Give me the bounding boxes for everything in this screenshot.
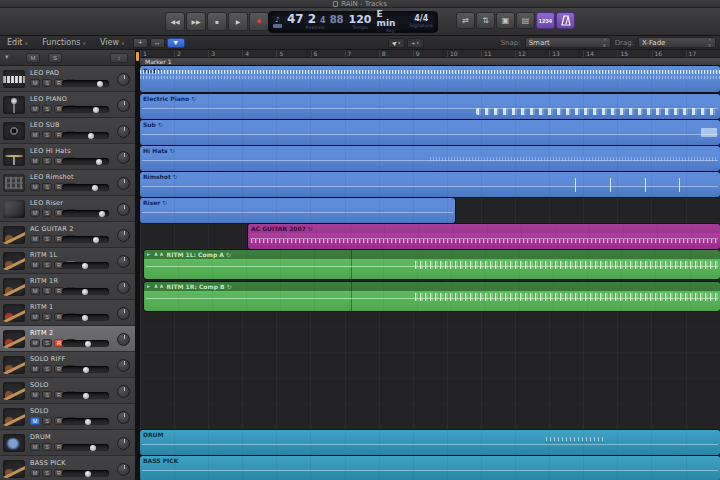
pointer-tool[interactable]: ▶∨ <box>388 38 405 48</box>
pan-knob[interactable] <box>117 125 130 138</box>
mute-button[interactable]: M <box>30 391 40 399</box>
track-row[interactable]: RITM 1LMSRI <box>0 248 135 274</box>
solo-button[interactable]: S <box>42 313 52 321</box>
drag-select[interactable]: X-Fade⌃∨ <box>638 37 716 48</box>
region-hi-hats[interactable]: Hi Hats↻ <box>140 146 720 171</box>
mute-button[interactable]: M <box>30 131 40 139</box>
solo-button[interactable]: S <box>42 287 52 295</box>
volume-slider[interactable] <box>62 314 109 321</box>
volume-slider[interactable] <box>62 340 109 347</box>
volume-slider[interactable] <box>62 470 109 477</box>
record-button[interactable]: ● <box>249 12 269 31</box>
track-row[interactable]: AC GUITAR 2MSRI <box>0 222 135 248</box>
collapse-icon[interactable]: ▾ <box>5 53 9 61</box>
mute-button[interactable]: M <box>30 443 40 451</box>
menu-edit[interactable]: Edit∨ <box>0 38 35 47</box>
solo-button[interactable]: S <box>42 183 52 191</box>
volume-slider[interactable] <box>62 236 109 243</box>
menu-functions[interactable]: Functions∨ <box>35 38 93 47</box>
autopunch-button[interactable]: ⇅ <box>476 12 495 29</box>
forward-button[interactable]: ▶▶ <box>186 12 206 31</box>
crosshair-button[interactable]: + <box>133 38 148 48</box>
track-row[interactable]: SOLO RIFFMSRI <box>0 352 135 378</box>
stop-button[interactable]: ■ <box>207 12 227 31</box>
track-zoom-button[interactable]: ↕ <box>110 53 128 63</box>
solo-button[interactable]: S <box>42 417 52 425</box>
low-latency-button[interactable]: ▤ <box>516 12 535 29</box>
volume-slider[interactable] <box>62 418 109 425</box>
mute-button[interactable]: M <box>30 105 40 113</box>
region-pad[interactable]: Pad↻ <box>140 66 720 92</box>
volume-slider[interactable] <box>62 106 109 113</box>
volume-slider[interactable] <box>62 132 109 139</box>
mute-button[interactable]: M <box>30 261 40 269</box>
region-drum[interactable]: DRUM <box>140 430 720 455</box>
track-row[interactable]: LEO PADMSRI <box>0 66 135 92</box>
take-folder-icon[interactable]: ▸ ∧∧ <box>147 282 165 291</box>
track-row[interactable]: LEO HI HatsMSRI <box>0 144 135 170</box>
pan-knob[interactable] <box>117 73 130 86</box>
track-row[interactable]: LEO RiserMSRI <box>0 196 135 222</box>
track-row[interactable]: BASS PICKMSR <box>0 456 135 480</box>
master-solo-button[interactable]: S <box>48 53 62 63</box>
mute-button[interactable]: M <box>30 417 40 425</box>
mute-button[interactable]: M <box>30 469 40 477</box>
mute-button[interactable]: M <box>30 339 40 347</box>
region-ritm-1l-comp-a[interactable]: ▸ ∧∧RITM 1L: Comp A↻ <box>144 250 720 279</box>
volume-slider[interactable] <box>62 210 109 217</box>
menu-view[interactable]: View∨ <box>93 38 132 47</box>
marker-track[interactable]: Marker 1 <box>140 58 720 66</box>
volume-slider[interactable] <box>62 444 109 451</box>
solo-button[interactable]: S <box>42 339 52 347</box>
solo-button[interactable]: S <box>42 157 52 165</box>
track-row[interactable]: LEO RimshotMSRI <box>0 170 135 196</box>
master-mute-button[interactable]: M <box>26 53 40 63</box>
mute-button[interactable]: M <box>30 287 40 295</box>
pan-knob[interactable] <box>117 307 130 320</box>
lcd-tempo[interactable]: 120 Tempo <box>349 14 372 31</box>
solo-button[interactable]: S <box>42 209 52 217</box>
volume-slider[interactable] <box>62 288 109 295</box>
bar-ruler[interactable]: 1234567891011121314151617 <box>140 50 720 58</box>
auto-zoom-button[interactable]: ↔ <box>150 38 165 48</box>
solo-button[interactable]: S <box>42 365 52 373</box>
region-ritm-1r-comp-b[interactable]: ▸ ∧∧RITM 1R: Comp B↻ <box>144 282 720 311</box>
mute-button[interactable]: M <box>30 157 40 165</box>
solo-button[interactable]: S <box>42 79 52 87</box>
pan-knob[interactable] <box>117 437 130 450</box>
replace-button[interactable]: ▣ <box>496 12 515 29</box>
track-row[interactable]: SOLOMSRI <box>0 404 135 430</box>
pan-knob[interactable] <box>117 203 130 216</box>
mute-button[interactable]: M <box>30 313 40 321</box>
track-row[interactable]: LEO SUBMSRI <box>0 118 135 144</box>
pan-knob[interactable] <box>117 385 130 398</box>
track-row[interactable]: LEO PIANOMSRI <box>0 92 135 118</box>
filter-button[interactable]: ▼ <box>167 38 185 48</box>
take-folder-icon[interactable]: ▸ ∧∧ <box>147 250 165 259</box>
pan-knob[interactable] <box>117 333 130 346</box>
count-in-button[interactable]: 1234 <box>536 12 555 29</box>
solo-button[interactable]: S <box>42 235 52 243</box>
solo-button[interactable]: S <box>42 261 52 269</box>
lcd-key[interactable]: E min Key <box>377 10 405 34</box>
mute-button[interactable]: M <box>30 235 40 243</box>
lcd-position[interactable]: 472488 Position <box>287 13 344 31</box>
pan-knob[interactable] <box>117 229 130 242</box>
solo-button[interactable]: S <box>42 391 52 399</box>
metronome-button[interactable] <box>556 12 575 29</box>
pan-knob[interactable] <box>117 151 130 164</box>
mute-button[interactable]: M <box>30 79 40 87</box>
volume-slider[interactable] <box>62 392 109 399</box>
track-row[interactable]: RITM 2MSRI <box>0 326 135 352</box>
pan-knob[interactable] <box>117 255 130 268</box>
rewind-button[interactable]: ◀◀ <box>165 12 185 31</box>
pan-knob[interactable] <box>117 281 130 294</box>
volume-slider[interactable] <box>62 184 109 191</box>
region-rimshot[interactable]: Rimshot↻ <box>140 172 720 197</box>
solo-button[interactable]: S <box>42 105 52 113</box>
solo-button[interactable]: S <box>42 469 52 477</box>
volume-slider[interactable] <box>62 366 109 373</box>
pan-knob[interactable] <box>117 177 130 190</box>
region-electric-piano[interactable]: Electric Piano↻ <box>140 94 720 119</box>
arrange-lanes[interactable]: Pad↻Electric Piano↻Sub↻Hi Hats↻Rimshot↻R… <box>140 66 720 480</box>
